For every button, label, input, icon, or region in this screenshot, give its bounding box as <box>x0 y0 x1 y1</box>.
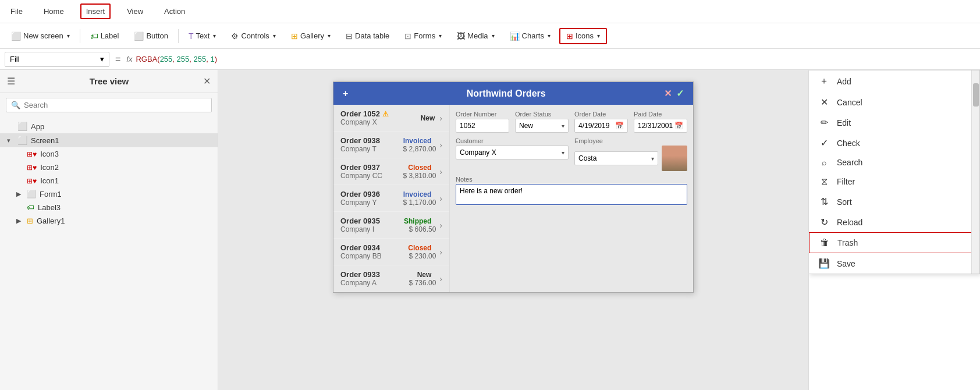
row-arrow: › <box>439 247 442 257</box>
select-arrow-icon: ▾ <box>562 123 564 129</box>
expand-form-icon: ▶ <box>16 190 23 198</box>
forms-button[interactable]: ⊡ Forms ▾ <box>398 29 448 44</box>
table-row[interactable]: Order 0934 Company BB Closed $ 230.00 › <box>333 239 449 265</box>
app-icon: ⬜ <box>17 122 27 131</box>
data-table-button[interactable]: ⊟ Data table <box>339 29 396 44</box>
sidebar-title: Tree view <box>90 76 129 86</box>
select-arrow-icon3: ▾ <box>651 155 654 162</box>
save-icon: 💾 <box>817 258 831 269</box>
dropdown-item-search[interactable]: ⌕ Search <box>809 153 979 172</box>
icons-button[interactable]: ⊞ Icons ▾ <box>559 28 607 44</box>
cancel-header-icon[interactable]: ✕ <box>664 88 672 99</box>
filter-icon: ⧖ <box>817 176 831 187</box>
order-date-field: Order Date 4/19/2019 📅 <box>574 111 628 133</box>
controls-button[interactable]: ⚙ Controls ▾ <box>225 29 282 44</box>
dropdown-scrollbar[interactable] <box>971 70 979 274</box>
button-button[interactable]: ⬜ Button <box>127 29 175 44</box>
sidebar-item-icon2[interactable]: ⊞♥ Icon2 <box>0 161 218 174</box>
menu-view[interactable]: View <box>122 5 148 18</box>
text-chevron: ▾ <box>213 33 216 39</box>
media-button[interactable]: 🖼 Media ▾ <box>450 29 500 44</box>
reload-icon: ↻ <box>817 217 831 228</box>
gallery-button[interactable]: ⊞ Gallery ▾ <box>285 29 337 44</box>
icon3-icon: ⊞♥ <box>27 150 37 158</box>
icon2-icon: ⊞♥ <box>27 164 37 172</box>
warn-icon: ⚠ <box>382 110 389 118</box>
menu-home[interactable]: Home <box>39 5 69 18</box>
search-input[interactable] <box>24 101 207 109</box>
media-chevron: ▾ <box>492 33 495 39</box>
icons-icon: ⊞ <box>566 31 573 41</box>
order-status-select[interactable]: New ▾ <box>515 119 569 133</box>
dropdown-item-filter[interactable]: ⧖ Filter <box>809 172 979 192</box>
dropdown-item-add[interactable]: ＋ Add <box>809 70 979 92</box>
table-row[interactable]: Order 1052 ⚠ Company X New › <box>333 105 449 132</box>
search-icon: 🔍 <box>11 101 20 109</box>
label-button[interactable]: 🏷 Label <box>84 29 126 44</box>
row-arrow: › <box>439 140 442 150</box>
text-button[interactable]: T Text ▾ <box>182 29 222 44</box>
close-sidebar-button[interactable]: ✕ <box>203 76 211 87</box>
row-arrow: › <box>439 221 442 230</box>
order-date-input[interactable]: 4/19/2019 📅 <box>574 119 628 133</box>
row-arrow: › <box>439 194 442 203</box>
fx-label: fx <box>126 55 132 63</box>
calendar-icon2: 📅 <box>674 122 683 130</box>
toolbar: ⬜ New screen ▾ 🏷 Label ⬜ Button T Text ▾… <box>0 23 980 49</box>
customer-select[interactable]: Company X ▾ <box>456 146 569 159</box>
controls-icon: ⚙ <box>231 31 239 41</box>
gallery-icon: ⊞ <box>291 31 298 41</box>
row-arrow: › <box>439 167 442 176</box>
app-title: Northwind Orders <box>348 88 664 99</box>
label-icon: 🏷 <box>90 31 98 41</box>
notes-input[interactable]: Here is a new order! <box>456 184 687 205</box>
dropdown-item-sort[interactable]: ⇅ Sort <box>809 192 979 212</box>
property-dropdown[interactable]: Fill ▾ <box>5 52 109 67</box>
sidebar-item-form1[interactable]: ▶ ⬜ Form1 <box>0 187 218 201</box>
button-icon: ⬜ <box>134 31 144 41</box>
app-canvas: + Northwind Orders ✕ ✓ Order 1052 <box>333 81 694 293</box>
menu-insert[interactable]: Insert <box>80 3 111 19</box>
table-row[interactable]: Order 0937 Company CC Closed $ 3,810.00 … <box>333 158 449 185</box>
dropdown-item-cancel[interactable]: ✕ Cancel <box>809 92 979 112</box>
sidebar-item-label3[interactable]: 🏷 Label3 <box>0 201 218 214</box>
row-arrow: › <box>439 274 442 283</box>
dropdown-item-reload[interactable]: ↻ Reload <box>809 212 979 232</box>
screen-icon: ⬜ <box>17 136 27 145</box>
table-row[interactable]: Order 0935 Company I Shipped $ 606.50 › <box>333 212 449 239</box>
scrollbar-thumb <box>973 83 979 107</box>
dropdown-item-trash[interactable]: 🗑 Trash <box>809 232 979 253</box>
dropdown-item-check[interactable]: ✓ Check <box>809 133 979 153</box>
sidebar-item-icon3[interactable]: ⊞♥ Icon3 <box>0 147 218 161</box>
sidebar-item-gallery1[interactable]: ▶ ⊞ Gallery1 <box>0 214 218 228</box>
dropdown-item-save[interactable]: 💾 Save <box>809 253 979 274</box>
add-header-icon[interactable]: + <box>343 88 348 99</box>
check-header-icon[interactable]: ✓ <box>676 88 684 99</box>
sidebar-item-app[interactable]: ⬜ App <box>0 119 218 133</box>
gallery1-icon: ⊞ <box>27 217 33 225</box>
notes-field: Notes Here is a new order! <box>456 176 687 205</box>
new-screen-button[interactable]: ⬜ New screen ▾ <box>5 29 76 44</box>
forms-icon: ⊡ <box>404 31 411 41</box>
order-detail: Order Number 1052 Order Status New ▾ <box>450 105 693 292</box>
order-number-input[interactable]: 1052 <box>456 119 509 133</box>
gallery-chevron: ▾ <box>328 33 331 39</box>
icons-chevron: ▾ <box>597 33 600 39</box>
menu-action[interactable]: Action <box>159 5 190 18</box>
formula-value: RGBA(255, 255, 255, 1) <box>136 55 217 63</box>
sidebar-item-screen1[interactable]: ▾ ⬜ Screen1 <box>0 133 218 147</box>
charts-button[interactable]: 📊 Charts ▾ <box>503 29 557 44</box>
sidebar-item-icon1[interactable]: ⊞♥ Icon1 <box>0 174 218 187</box>
table-row[interactable]: Order 0938 Company T Invoiced $ 2,870.00… <box>333 132 449 158</box>
property-dropdown-icon: ▾ <box>100 55 104 63</box>
dropdown-item-edit[interactable]: ✏ Edit <box>809 112 979 133</box>
search-box: 🔍 <box>6 98 212 112</box>
paid-date-input[interactable]: 12/31/2001 📅 <box>634 119 687 133</box>
table-row[interactable]: Order 0936 Company Y Invoiced $ 1,170.00… <box>333 185 449 212</box>
hamburger-icon[interactable]: ☰ <box>7 76 15 87</box>
employee-select[interactable]: Costa ▾ <box>574 151 658 165</box>
cancel-icon: ✕ <box>817 97 831 108</box>
menu-file[interactable]: File <box>6 5 27 18</box>
table-row[interactable]: Order 0933 Company A New $ 736.00 › <box>333 265 449 292</box>
new-screen-icon: ⬜ <box>11 31 21 41</box>
